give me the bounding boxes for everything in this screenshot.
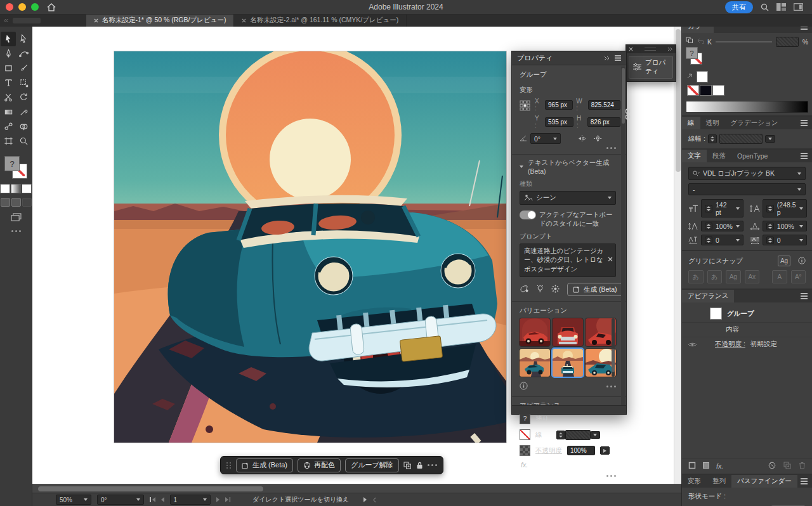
glyph-ag-icon[interactable]: Ag: [778, 256, 790, 266]
fill-swatch[interactable]: ?: [520, 413, 530, 424]
panel-menu-icon[interactable]: [801, 153, 808, 154]
transform-more-options[interactable]: [520, 147, 616, 149]
new-fill-icon[interactable]: [702, 462, 710, 470]
panel-grip[interactable]: [645, 48, 656, 51]
tab-paragraph[interactable]: 段落: [707, 150, 731, 162]
snap-glyph-angle-icon[interactable]: A: [772, 270, 787, 283]
section-expand-chevron[interactable]: [520, 165, 523, 168]
vertical-scale-dropdown[interactable]: 100%: [701, 221, 743, 231]
status-collapse-icon[interactable]: [372, 497, 377, 503]
x-field[interactable]: 965 px: [545, 100, 573, 110]
duplicate-icon[interactable]: [403, 462, 412, 469]
draw-inside-mode[interactable]: [22, 198, 32, 207]
close-tab-icon[interactable]: [242, 18, 246, 23]
panel-menu-icon[interactable]: [801, 293, 808, 294]
tab-align[interactable]: 整列: [707, 475, 731, 488]
info-icon[interactable]: [520, 382, 528, 391]
free-transform-tool[interactable]: [16, 75, 31, 90]
stroke-swatch[interactable]: [520, 429, 530, 440]
horizontal-scrollbar[interactable]: [32, 484, 682, 493]
flip-vertical-icon[interactable]: [594, 135, 602, 142]
h-field[interactable]: 826 px: [587, 117, 620, 127]
arrange-documents-icon[interactable]: [776, 3, 786, 11]
gradient-tool[interactable]: [1, 105, 16, 119]
canvas[interactable]: 生成 (Beta) 再配色 グループ解除 プロパティ: [32, 27, 682, 484]
opacity-options[interactable]: [600, 446, 610, 455]
reference-point-grid[interactable]: [520, 100, 530, 132]
suggestions-lightbulb-icon[interactable]: [537, 285, 544, 295]
ungroup-button[interactable]: グループ解除: [345, 458, 399, 472]
leading-dropdown[interactable]: (248.5 p: [763, 199, 807, 217]
visibility-eye-icon[interactable]: [688, 342, 697, 347]
clear-appearance-icon[interactable]: [768, 462, 776, 470]
generation-type-dropdown[interactable]: シーン: [520, 191, 616, 205]
properties-panel-icon-button[interactable]: プロパティ: [629, 56, 673, 79]
tab-pathfinder[interactable]: パスファインダー: [731, 475, 797, 488]
snap-glyph-baseline-icon[interactable]: あ: [707, 270, 723, 283]
artboard-navigation-dropdown[interactable]: 1: [170, 495, 211, 505]
document-tab-1[interactable]: 名称未設定-1* @ 50 % (RGB/プレビュー): [86, 14, 234, 27]
stroke-width-stepper[interactable]: [556, 431, 565, 439]
draw-normal-mode[interactable]: [1, 198, 10, 207]
last-artboard-button[interactable]: [225, 497, 231, 502]
link-dimensions-icon[interactable]: [625, 108, 631, 121]
search-icon[interactable]: [761, 3, 769, 11]
appearance-opacity-value[interactable]: 初期設定: [750, 340, 777, 349]
variation-thumbnail-red-car-side[interactable]: [520, 318, 550, 346]
snap-glyph-ax-icon[interactable]: Ax: [745, 270, 760, 283]
pen-tool[interactable]: [1, 46, 16, 61]
previous-artboard-button[interactable]: [161, 497, 164, 502]
scissors-tool[interactable]: [1, 90, 16, 105]
eyedropper-tool[interactable]: [16, 105, 31, 119]
tracking-dropdown[interactable]: 0: [763, 235, 807, 245]
tab-opentype[interactable]: OpenType: [731, 150, 773, 162]
variation-thumbnail-teal-car-desert[interactable]: [520, 349, 550, 377]
generate-button[interactable]: 生成 (Beta): [236, 458, 293, 472]
rotation-dropdown[interactable]: 0°: [530, 133, 561, 144]
share-button[interactable]: 共有: [725, 1, 753, 13]
close-window-button[interactable]: [6, 3, 13, 11]
variation-thumbnail-red-car-front[interactable]: [553, 318, 583, 346]
variations-scrollbar-thumb[interactable]: [612, 349, 615, 372]
swap-fill-stroke-icon[interactable]: [686, 37, 693, 45]
fill-swatch-unknown[interactable]: ?: [686, 47, 698, 59]
rotate-view-tool[interactable]: [16, 90, 31, 105]
tab-transparency[interactable]: 透明: [700, 117, 725, 129]
w-field[interactable]: 825.524: [588, 100, 620, 110]
properties-scrollbar-thumb[interactable]: [622, 68, 625, 124]
appearance-more-options[interactable]: [520, 475, 616, 477]
panel-menu-icon[interactable]: [801, 478, 808, 479]
snap-glyph-ag-icon[interactable]: Ag: [726, 270, 741, 283]
document-tab-2[interactable]: 名称未設定-2.ai* @ 161.11 % (CMYK/プレビュー): [234, 14, 407, 27]
generative-settings-icon[interactable]: [520, 285, 529, 294]
prompt-textarea[interactable]: 高速道路上のビンテージカー、砂漠の夕日、レトロなポスターデザイン: [520, 243, 616, 277]
zoom-tool[interactable]: [16, 134, 31, 148]
status-play-icon[interactable]: [363, 497, 367, 502]
snap-glyph-proximity-icon[interactable]: A°: [791, 270, 806, 283]
gradient-button[interactable]: [11, 184, 21, 193]
lock-icon[interactable]: [416, 462, 423, 469]
paintbrush-tool[interactable]: [16, 61, 31, 75]
workspace-switcher-icon[interactable]: [794, 3, 803, 11]
stroke-width-field[interactable]: [719, 134, 763, 144]
variations-more-options[interactable]: [606, 386, 616, 387]
edit-toolbar-button[interactable]: [11, 230, 21, 232]
artboard[interactable]: [114, 51, 506, 443]
white-swatch[interactable]: [697, 71, 708, 82]
taskbar-drag-handle[interactable]: [226, 462, 232, 469]
appearance-contents-row[interactable]: 内容: [726, 325, 739, 334]
font-family-dropdown[interactable]: VDL ロゴJrブラック BK: [688, 167, 806, 180]
stroke-width-dropdown[interactable]: [591, 431, 600, 439]
curvature-tool[interactable]: [16, 46, 31, 61]
black-swatch[interactable]: [700, 85, 712, 96]
tab-character[interactable]: 文字: [682, 150, 707, 162]
stroke-width-field[interactable]: [565, 430, 591, 440]
next-artboard-button[interactable]: [216, 497, 219, 502]
draw-behind-mode[interactable]: [11, 198, 21, 207]
home-icon[interactable]: [47, 3, 56, 11]
info-icon[interactable]: [798, 257, 806, 266]
stroke-width-stepper[interactable]: [708, 134, 717, 143]
k-value-field[interactable]: [776, 37, 799, 47]
appearance-opacity-label[interactable]: 不透明度 :: [715, 340, 745, 349]
variation-thumbnail-teal-car-road-selected[interactable]: [553, 349, 583, 377]
